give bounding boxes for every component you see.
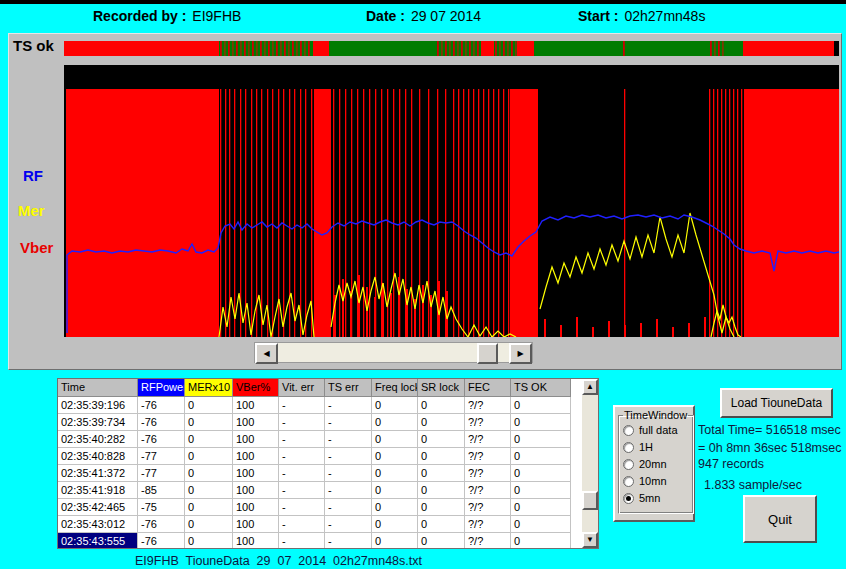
table-cell[interactable]: 0	[511, 414, 571, 431]
radio-label[interactable]: 1H	[639, 441, 653, 453]
table-cell[interactable]: 100	[233, 465, 279, 482]
load-tiounedata-button[interactable]: Load TiouneData	[720, 388, 833, 418]
table-cell[interactable]: 0	[511, 431, 571, 448]
table-cell[interactable]: -	[325, 482, 372, 499]
table-cell[interactable]: 0	[511, 448, 571, 465]
radio-label[interactable]: full data	[639, 424, 678, 436]
radio-10mn[interactable]: 10mn	[623, 473, 693, 489]
table-cell[interactable]: 0	[418, 414, 465, 431]
table-cell[interactable]: -77	[138, 465, 185, 482]
table-cell[interactable]: 02:35:42:465	[58, 499, 138, 516]
quit-button[interactable]: Quit	[743, 495, 817, 543]
table-cell[interactable]: -	[325, 414, 372, 431]
table-cell[interactable]: 100	[233, 431, 279, 448]
table-cell[interactable]: ?/?	[465, 499, 511, 516]
table-cell[interactable]: 0	[418, 482, 465, 499]
table-cell[interactable]: -76	[138, 431, 185, 448]
table-cell[interactable]: -	[279, 516, 325, 533]
table-cell[interactable]: 100	[233, 414, 279, 431]
scroll-left-button[interactable]: ◀	[255, 343, 278, 364]
table-cell[interactable]: 0	[185, 414, 233, 431]
table-cell[interactable]: 0	[418, 499, 465, 516]
table-cell[interactable]: ?/?	[465, 516, 511, 533]
table-cell[interactable]: 0	[372, 465, 418, 482]
table-cell[interactable]: 0	[185, 533, 233, 548]
table-cell[interactable]: 0	[511, 533, 571, 548]
table-cell[interactable]: 0	[511, 465, 571, 482]
table-cell[interactable]: 02:35:43:555	[58, 533, 138, 548]
table-cell[interactable]: ?/?	[465, 533, 511, 548]
table-cell[interactable]: 100	[233, 397, 279, 414]
table-cell[interactable]: 0	[372, 516, 418, 533]
radio-label[interactable]: 20mn	[639, 458, 667, 470]
table-cell[interactable]: 0	[418, 397, 465, 414]
table-cell[interactable]: 0	[185, 465, 233, 482]
table-cell[interactable]: -	[325, 448, 372, 465]
table-scrollbar[interactable]: ▲ ▼	[582, 379, 598, 548]
table-cell[interactable]: -	[325, 465, 372, 482]
table-cell[interactable]: 02:35:43:012	[58, 516, 138, 533]
table-cell[interactable]: 0	[511, 397, 571, 414]
table-cell[interactable]: 0	[372, 397, 418, 414]
table-cell[interactable]: -	[325, 499, 372, 516]
table-cell[interactable]: 0	[372, 431, 418, 448]
table-cell[interactable]: -76	[138, 414, 185, 431]
radio-label[interactable]: 10mn	[639, 475, 667, 487]
radio-circle-icon[interactable]	[623, 476, 634, 487]
table-cell[interactable]: ?/?	[465, 448, 511, 465]
table-cell[interactable]: 0	[185, 516, 233, 533]
table-cell[interactable]: -	[325, 533, 372, 548]
table-cell[interactable]: -	[325, 431, 372, 448]
table-cell[interactable]: 100	[233, 533, 279, 548]
table-cell[interactable]: -76	[138, 533, 185, 548]
table-cell[interactable]: 02:35:40:828	[58, 448, 138, 465]
table-cell[interactable]: 0	[185, 431, 233, 448]
table-cell[interactable]: ?/?	[465, 482, 511, 499]
scroll-up-button[interactable]: ▲	[582, 379, 598, 395]
table-cell[interactable]: 0	[418, 516, 465, 533]
table-cell[interactable]: ?/?	[465, 431, 511, 448]
table-cell[interactable]: -	[279, 431, 325, 448]
table-cell[interactable]: 0	[511, 499, 571, 516]
table-cell[interactable]: -	[279, 448, 325, 465]
table-cell[interactable]: 0	[185, 499, 233, 516]
table-cell[interactable]: 0	[372, 448, 418, 465]
table-cell[interactable]: 100	[233, 482, 279, 499]
radio-circle-icon[interactable]	[623, 493, 634, 504]
table-cell[interactable]: -77	[138, 448, 185, 465]
scroll-right-button[interactable]: ▶	[509, 343, 532, 364]
table-cell[interactable]: -	[279, 465, 325, 482]
table-cell[interactable]: 0	[372, 482, 418, 499]
table-cell[interactable]: 0	[185, 397, 233, 414]
table-cell[interactable]: 0	[511, 516, 571, 533]
radio-circle-icon[interactable]	[623, 442, 634, 453]
table-cell[interactable]: 02:35:41:918	[58, 482, 138, 499]
table-cell[interactable]: -	[279, 533, 325, 548]
table-cell[interactable]: 0	[418, 465, 465, 482]
table-cell[interactable]: 0	[372, 499, 418, 516]
table-cell[interactable]: ?/?	[465, 414, 511, 431]
table-cell[interactable]: ?/?	[465, 465, 511, 482]
scroll-down-button[interactable]: ▼	[582, 532, 598, 548]
table-cell[interactable]: 0	[418, 448, 465, 465]
table-cell[interactable]: -	[279, 397, 325, 414]
radio-circle-icon[interactable]	[623, 459, 634, 470]
table-cell[interactable]: -	[325, 516, 372, 533]
chart-scrollbar-thumb[interactable]	[477, 343, 498, 364]
table-cell[interactable]: 0	[418, 533, 465, 548]
radio-20mn[interactable]: 20mn	[623, 456, 693, 472]
table-cell[interactable]: 100	[233, 516, 279, 533]
table-cell[interactable]: 0	[511, 482, 571, 499]
table-cell[interactable]: 02:35:39:196	[58, 397, 138, 414]
radio-5mn[interactable]: 5mn	[623, 490, 693, 506]
table-cell[interactable]: ?/?	[465, 397, 511, 414]
table-cell[interactable]: -	[279, 414, 325, 431]
radio-full-data[interactable]: full data	[623, 422, 693, 438]
table-cell[interactable]: -76	[138, 397, 185, 414]
table-cell[interactable]: -75	[138, 499, 185, 516]
table-cell[interactable]: 100	[233, 448, 279, 465]
table-cell[interactable]: 0	[185, 448, 233, 465]
table-cell[interactable]: 02:35:41:372	[58, 465, 138, 482]
table-cell[interactable]: -76	[138, 516, 185, 533]
chart-scrollbar[interactable]: ◀ ▶	[254, 342, 533, 363]
